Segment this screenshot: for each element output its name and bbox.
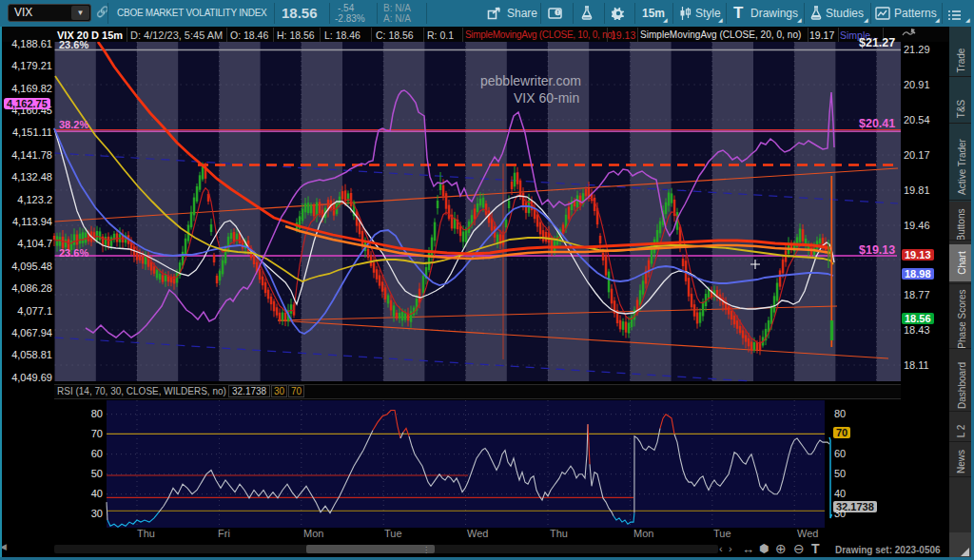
svg-text:!: ! (557, 10, 559, 15)
